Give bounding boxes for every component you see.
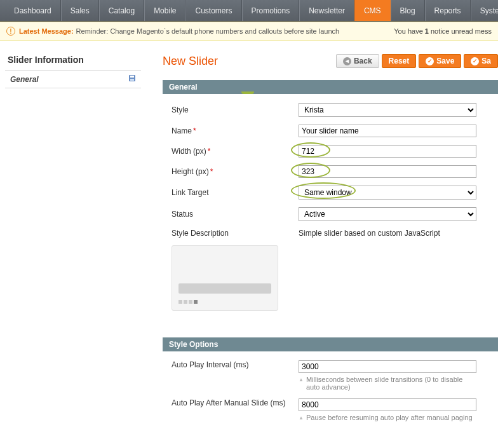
name-input[interactable]: [299, 125, 476, 137]
page-header: New Slider ◄ Back Reset ✓ Save ✓ Sa: [163, 52, 498, 70]
notice-count: You have 1 notice unread mess: [394, 27, 492, 35]
panel-style-options: Style Options Auto Play Interval (ms) Mi…: [163, 337, 498, 442]
check-icon: ✓: [471, 57, 479, 65]
width-input[interactable]: [299, 145, 476, 158]
save-icon: [128, 74, 136, 84]
style-preview: [172, 245, 278, 311]
nav-item-reports[interactable]: Reports: [425, 0, 471, 21]
link-target-select[interactable]: Same window: [299, 186, 476, 200]
name-label: Name: [172, 126, 192, 135]
style-desc-label: Style Description: [172, 229, 299, 238]
nav-item-syste[interactable]: Syste: [471, 0, 498, 21]
preview-caption-bar: [178, 283, 271, 294]
nav-item-dashboard[interactable]: Dashboard: [5, 0, 61, 21]
message-label: Latest Message:: [19, 27, 74, 35]
autoplay-input[interactable]: [299, 360, 476, 373]
nav-item-newsletter[interactable]: Newsletter: [299, 0, 354, 21]
top-nav: DashboardSalesCatalogMobileCustomersProm…: [0, 0, 498, 22]
style-select[interactable]: Krista: [299, 103, 476, 117]
nav-item-blog[interactable]: Blog: [391, 0, 425, 21]
height-label: Height (px): [172, 167, 209, 176]
preview-pagination: [178, 300, 198, 304]
nav-item-promotions[interactable]: Promotions: [242, 0, 300, 21]
nav-item-catalog[interactable]: Catalog: [99, 0, 144, 21]
sidebar: Slider Information General: [0, 52, 141, 448]
alert-icon: !: [6, 27, 15, 36]
width-label: Width (px): [172, 147, 206, 156]
back-button[interactable]: ◄ Back: [336, 54, 379, 68]
action-buttons: ◄ Back Reset ✓ Save ✓ Sa: [336, 54, 498, 68]
reset-button[interactable]: Reset: [382, 54, 417, 68]
status-label: Status: [172, 210, 299, 219]
panel-general: General Style Krista Name* Width (px)* H…: [163, 80, 498, 323]
after-manual-input[interactable]: [299, 398, 476, 411]
sidebar-item-label: General: [10, 75, 39, 84]
height-input[interactable]: [299, 165, 476, 178]
sidebar-item-general[interactable]: General: [5, 70, 141, 88]
nav-item-cms[interactable]: CMS: [354, 0, 391, 21]
svg-rect-2: [130, 79, 134, 81]
autoplay-hint: Milliseconds between slide transitions (…: [299, 376, 476, 391]
after-manual-label: Auto Play After Manual Slide (ms): [172, 398, 299, 407]
content: New Slider ◄ Back Reset ✓ Save ✓ Sa: [141, 52, 498, 448]
nav-item-sales[interactable]: Sales: [61, 0, 99, 21]
after-manual-hint: Pause before resuming auto play after ma…: [299, 414, 476, 421]
sidebar-title: Slider Information: [5, 52, 141, 70]
page-title: New Slider: [163, 55, 218, 68]
save-button[interactable]: ✓ Save: [419, 54, 461, 68]
autoplay-label: Auto Play Interval (ms): [172, 360, 299, 369]
nav-item-mobile[interactable]: Mobile: [144, 0, 185, 21]
panel-general-title: General: [163, 80, 498, 94]
message-bar: ! Latest Message: Reminder: Change Magen…: [0, 22, 498, 41]
save-and-button[interactable]: ✓ Sa: [464, 54, 498, 68]
nav-item-customers[interactable]: Customers: [185, 0, 241, 21]
style-desc-value: Simple slider based on custom JavaScript: [299, 229, 489, 238]
style-label: Style: [172, 105, 299, 114]
check-icon: ✓: [426, 57, 434, 65]
arrow-left-icon: ◄: [343, 57, 351, 65]
message-text: Reminder: Change Magento`s default phone…: [76, 27, 340, 35]
panel-style-options-title: Style Options: [163, 337, 498, 351]
svg-rect-1: [130, 76, 134, 78]
link-target-label: Link Target: [172, 188, 299, 197]
decorative-tab: [241, 92, 254, 94]
status-select[interactable]: Active: [299, 207, 476, 221]
